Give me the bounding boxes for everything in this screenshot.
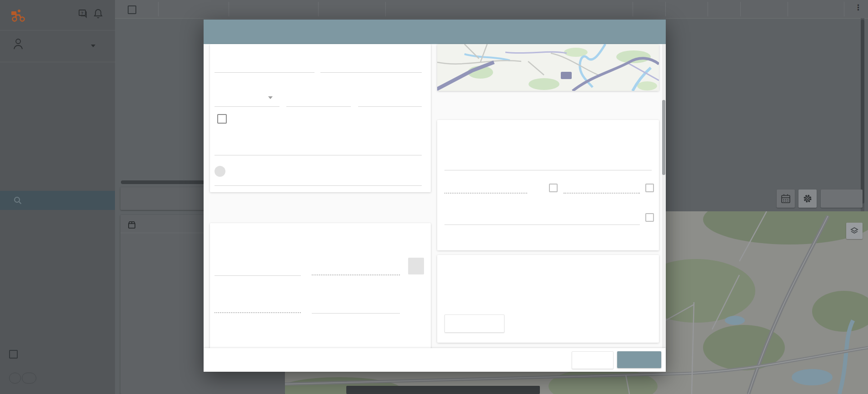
modal-header <box>204 20 666 44</box>
search-icon <box>14 196 22 204</box>
table-menu-kebab-icon[interactable]: ⋮ <box>854 3 862 12</box>
map-layers-button[interactable] <box>846 223 863 239</box>
col-sep <box>740 2 741 16</box>
col-sep <box>844 2 844 16</box>
select-all-checkbox[interactable] <box>128 5 136 14</box>
tag-chip[interactable] <box>215 166 225 177</box>
main-params-card <box>210 44 431 192</box>
col-sep <box>633 2 633 16</box>
table-vscroll-thumb[interactable] <box>861 20 864 204</box>
underline <box>444 170 652 170</box>
divider <box>0 62 115 62</box>
phone1-checkbox[interactable] <box>549 184 558 192</box>
col-sep <box>158 2 159 16</box>
dotted-underline <box>564 193 640 194</box>
table-header: ⋮ <box>115 0 868 19</box>
modal-footer <box>204 348 666 372</box>
map-hint-tooltip <box>346 386 540 394</box>
calendar-button[interactable] <box>777 190 795 208</box>
attachments-card <box>437 255 659 343</box>
col-sep <box>665 2 666 16</box>
notifications-bell-icon[interactable] <box>93 8 103 19</box>
underline <box>320 72 422 73</box>
location-map <box>437 44 659 91</box>
divider <box>0 30 115 30</box>
col-sep <box>318 2 319 16</box>
cancel-button[interactable] <box>572 351 614 369</box>
pagination-card <box>120 187 210 210</box>
modal-scrollbar-track[interactable] <box>662 44 665 348</box>
col-sep <box>385 2 386 16</box>
email-checkbox[interactable] <box>645 213 654 222</box>
underline <box>286 106 351 107</box>
sidebar: ? <box>0 0 115 394</box>
modal-scrollbar-thumb[interactable] <box>662 100 665 175</box>
custom-fields-card <box>210 223 431 365</box>
brand-logo-icon <box>10 7 25 23</box>
settings-gear-button[interactable] <box>798 190 817 208</box>
edit-request-modal <box>204 20 666 372</box>
orders-box-icon <box>128 221 136 229</box>
dotted-underline <box>312 274 400 275</box>
table-vscroll-track[interactable] <box>861 18 864 211</box>
upload-button[interactable] <box>444 314 504 333</box>
tags-checkbox[interactable] <box>9 350 18 359</box>
client-card <box>437 120 659 250</box>
svg-text:?: ? <box>81 11 84 15</box>
add-custom-field-button[interactable] <box>408 258 424 274</box>
underline <box>215 106 279 107</box>
next-button[interactable] <box>821 190 863 208</box>
tag-badge[interactable] <box>9 373 21 384</box>
location-map-card[interactable] <box>437 44 659 91</box>
user-avatar-icon <box>13 37 24 50</box>
save-button[interactable] <box>617 351 661 368</box>
underline <box>215 72 314 73</box>
col-sep <box>708 2 708 16</box>
logistics-app: ? <box>0 0 868 394</box>
no-confirm-radius-checkbox[interactable] <box>217 114 227 124</box>
col-sep <box>788 2 788 16</box>
dotted-underline <box>215 312 301 313</box>
modal-body <box>204 44 666 348</box>
underline <box>215 275 301 276</box>
underline <box>444 224 640 225</box>
dotted-underline <box>444 193 527 194</box>
help-chat-icon[interactable]: ? <box>77 8 88 19</box>
user-menu-caret-icon[interactable] <box>91 45 95 47</box>
underline <box>312 313 400 314</box>
chevron-down-icon[interactable] <box>268 96 273 99</box>
underline <box>215 185 422 186</box>
phone2-checkbox[interactable] <box>645 184 654 192</box>
underline <box>358 106 422 107</box>
col-sep <box>229 2 229 16</box>
search-bar[interactable] <box>0 191 115 210</box>
underline <box>215 155 422 155</box>
tag-badge[interactable] <box>22 373 36 384</box>
